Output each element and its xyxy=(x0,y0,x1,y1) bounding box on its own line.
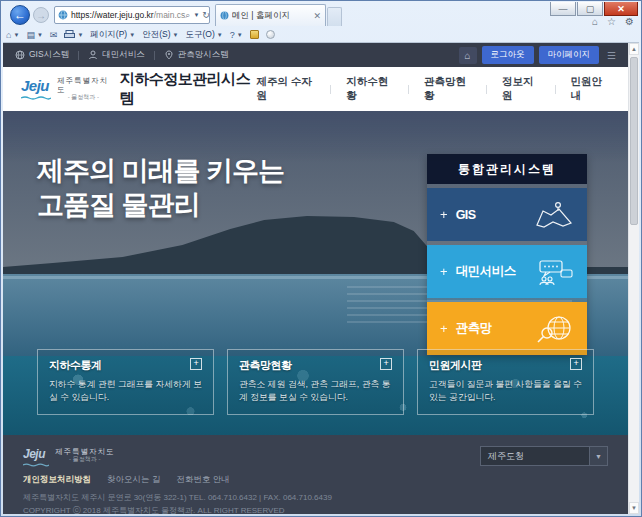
integrated-system-panel: 통합관리시스템 + GIS + 대민서비스 xyxy=(427,154,587,355)
help-icon: ? xyxy=(230,30,235,40)
site-favicon-globe-icon xyxy=(58,10,68,20)
hero-banner: 제주의 미래를 키우는 고품질 물관리 통합관리시스템 + GIS xyxy=(3,111,628,435)
printer-icon xyxy=(64,30,75,39)
nav-item-water-resources[interactable]: 제주의 수자원 xyxy=(254,75,317,103)
maximize-button[interactable]: ▢ xyxy=(577,2,603,16)
expand-plus-icon[interactable]: + xyxy=(190,358,202,370)
utility-link-gis[interactable]: GIS시스템 xyxy=(15,49,69,61)
plus-icon: + xyxy=(440,207,448,222)
site-logo[interactable]: Jeju 제주특별자치도 - 물정책과 - xyxy=(21,77,110,101)
obs-button-label: 관측망 xyxy=(456,320,492,337)
plus-icon: + xyxy=(440,264,448,279)
nav-item-groundwater-status[interactable]: 지하수현황 xyxy=(344,75,395,103)
footer-copyright: COPYRIGHT ⓒ 2018 제주특별자치도 물정책과. ALL RIGHT… xyxy=(23,505,608,514)
browser-tab[interactable]: 메인 | 홈페이지 ✕ xyxy=(215,4,326,26)
tab-close-icon[interactable]: ✕ xyxy=(313,11,321,21)
divider xyxy=(555,85,556,94)
web-page: GIS시스템 대민서비스 xyxy=(3,43,628,514)
nav-item-civil-guide[interactable]: 민원안내 xyxy=(568,75,610,103)
address-bar[interactable]: https://water.jeju.go.kr/main.cs ⌕ ▼ ↻ xyxy=(54,6,210,24)
close-window-button[interactable]: ✕ xyxy=(604,2,638,16)
divider xyxy=(486,85,487,94)
plus-icon: + xyxy=(440,321,448,336)
browser-window: — ▢ ✕ ← → https://water.jeju.go.kr/main.… xyxy=(0,0,642,517)
new-tab-button[interactable] xyxy=(327,7,342,26)
globe-icon xyxy=(15,50,25,60)
feature-box-observation-status[interactable]: 관측망현황 + 관측소 제원 검색, 관측 그래프, 관측 통계 정보를 보실 … xyxy=(227,349,404,415)
home-icon[interactable]: ⌂ xyxy=(592,16,598,27)
civil-button-label: 대민서비스 xyxy=(456,263,516,280)
scrollbar-thumb[interactable] xyxy=(630,57,638,225)
home-menu-button[interactable]: ⌂ ▼ xyxy=(6,30,19,40)
home-icon: ⌂ xyxy=(6,30,11,40)
gear-icon[interactable]: ⚙ xyxy=(625,16,634,27)
chevron-down-icon: ▼ xyxy=(13,32,19,38)
read-mail-button[interactable]: ✉ xyxy=(50,30,58,40)
observation-network-button[interactable]: + 관측망 xyxy=(427,302,587,355)
chevron-down-icon: ▼ xyxy=(77,32,83,38)
family-site-select[interactable]: 제주도청 ▼ xyxy=(480,446,608,466)
page-menu[interactable]: 페이지(P) ▼ xyxy=(90,29,135,41)
feeds-menu-button[interactable]: ▤ ▼ xyxy=(26,30,42,40)
safety-menu[interactable]: 안전(S) ▼ xyxy=(142,29,178,41)
address-dropdown-caret-icon[interactable]: ▼ xyxy=(193,12,199,18)
mail-icon: ✉ xyxy=(50,30,58,40)
print-menu-button[interactable]: ▼ xyxy=(64,30,83,39)
logo-wave-icon xyxy=(23,463,49,467)
gis-system-button[interactable]: + GIS xyxy=(427,188,587,241)
civil-service-button[interactable]: + 대민서비스 xyxy=(427,245,587,298)
back-button[interactable]: ← xyxy=(10,5,30,25)
scrollbar-track[interactable] xyxy=(629,55,639,502)
utility-link-label: 관측망시스템 xyxy=(178,49,229,61)
page-icon: ▤ xyxy=(26,30,35,40)
hero-heading: 제주의 미래를 키우는 고품질 물관리 xyxy=(37,155,284,223)
favorites-star-icon[interactable]: ☆ xyxy=(607,16,616,27)
scroll-up-arrow-icon[interactable]: ▲ xyxy=(629,43,639,55)
addon-icon[interactable] xyxy=(250,30,259,39)
jeju-logo-text: Jeju xyxy=(23,447,45,461)
footer-link-phone-guide[interactable]: 전화번호 안내 xyxy=(176,474,229,486)
mypage-button[interactable]: 마이페이지 xyxy=(539,46,600,64)
hero-heading-line1: 제주의 미래를 키우는 xyxy=(37,155,284,189)
tools-menu[interactable]: 도구(O) ▼ xyxy=(185,29,222,41)
map-pin-icon xyxy=(164,50,174,60)
home-button[interactable]: ⌂ xyxy=(459,47,477,64)
feature-description: 지하수 통계 관련 그래프를 자세하게 보실 수 있습니다. xyxy=(49,378,202,405)
expand-plus-icon[interactable]: + xyxy=(380,358,392,370)
refresh-icon[interactable]: ↻ xyxy=(202,10,210,20)
safety-menu-label: 안전(S) xyxy=(142,29,170,41)
scroll-down-arrow-icon[interactable]: ▼ xyxy=(629,502,639,514)
help-menu[interactable]: ? ▼ xyxy=(230,30,243,40)
sitemap-menu-icon[interactable]: ☰ xyxy=(607,50,616,61)
feature-description: 관측소 제원 검색, 관측 그래프, 관측 통계 정보를 보실 수 있습니다. xyxy=(239,378,392,405)
site-header: Jeju 제주특별자치도 - 물정책과 - 지하수정보관리시스템 제주의 수자원… xyxy=(3,67,628,111)
gis-button-label: GIS xyxy=(456,208,476,222)
footer-link-privacy[interactable]: 개인정보처리방침 xyxy=(23,474,91,486)
utility-link-label: GIS시스템 xyxy=(29,49,69,61)
url-host: https://water.jeju.go.kr xyxy=(71,10,154,20)
forward-arrow-icon: → xyxy=(36,10,46,21)
page-scrollbar[interactable]: ▲ ▼ xyxy=(628,43,639,514)
feature-box-groundwater-stats[interactable]: 지하수통계 + 지하수 통계 관련 그래프를 자세하게 보실 수 있습니다. xyxy=(37,349,214,415)
search-icon[interactable]: ⌕ xyxy=(185,10,190,21)
nav-item-observation-status[interactable]: 관측망현황 xyxy=(422,75,473,103)
logo-org-name: 제주특별자치도 xyxy=(57,77,110,94)
nav-item-info-support[interactable]: 정보지원 xyxy=(500,75,542,103)
page-menu-label: 페이지(P) xyxy=(90,29,127,41)
utility-link-observation-network[interactable]: 관측망시스템 xyxy=(164,49,229,61)
feature-box-civil-board[interactable]: 민원게시판 + 고객들이 질문과 불편 사항들을 올릴 수 있는 공간입니다. xyxy=(417,349,594,415)
logo-dept-name: - 물정책과 - xyxy=(57,94,110,101)
footer-link-directions[interactable]: 찾아오시는 길 xyxy=(107,474,160,486)
browser-corner-icons: ⌂ ☆ ⚙ xyxy=(592,16,634,27)
site-title: 지하수정보관리시스템 xyxy=(120,70,255,108)
logout-button[interactable]: 로그아웃 xyxy=(482,46,534,64)
chevron-down-icon: ▼ xyxy=(37,32,43,38)
expand-plus-icon[interactable]: + xyxy=(570,358,582,370)
tab-favicon-icon xyxy=(220,11,229,20)
forward-button[interactable]: → xyxy=(33,7,49,23)
map-icon xyxy=(534,201,574,229)
utility-link-civil-service[interactable]: 대민서비스 xyxy=(88,49,145,61)
addon-icon[interactable] xyxy=(266,30,275,39)
minimize-button[interactable]: — xyxy=(550,2,576,16)
main-navigation: 제주의 수자원 지하수현황 관측망현황 정보지원 민원안내 xyxy=(254,75,610,103)
